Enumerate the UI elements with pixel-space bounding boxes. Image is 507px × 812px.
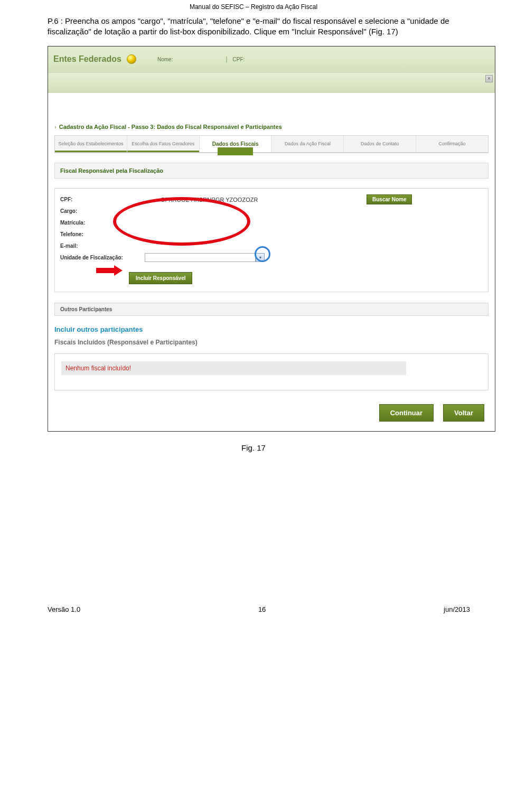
row-email: E-mail: [60,240,483,252]
incluir-responsavel-button[interactable]: Incluir Responsável [129,272,192,284]
label-unidade: Unidade de Fiscalização: [60,255,145,260]
page-footer: Versão 1.0 16 jun/2013 [0,458,507,624]
topbar-nome-label: Nome: [157,57,173,62]
label-cpf: CPF: [60,197,145,202]
breadcrumb-text: Cadastro da Ação Fiscal - Passo 3: Dados… [59,124,282,130]
presence-icon [127,54,136,64]
row-cargo: Cargo: [60,206,483,217]
label-cargo: Cargo: [60,208,145,214]
close-icon[interactable]: × [485,75,493,82]
gradient-strip: × [48,73,495,93]
topbar-separator: | [226,55,227,63]
app-brand: Entes Federados [53,54,121,64]
label-telefone: Telefone: [60,231,145,237]
breadcrumb: › Cadastro da Ação Fiscal - Passo 3: Dad… [48,120,495,132]
wizard-steps: Seleção dos Estabelecimentos Escolha dos… [55,136,488,153]
chevron-down-icon[interactable]: ▾ [256,253,265,262]
fiscais-list-box: Nenhum fiscal incluído! [54,353,489,390]
row-matricula: Matrícula: [60,217,483,229]
row-unidade: Unidade de Fiscalização: ▾ [60,252,483,264]
form-fiscal: CPF: OFXROOZ HXSRNRGR YZOOZOZR Buscar No… [54,188,489,292]
app-topbar: Entes Federados Nome: | CPF: [48,46,495,73]
empty-alert: Nenhum fiscal incluído! [61,361,406,375]
value-cpf: OFXROOZ HXSRNRGR YZOOZOZR [145,197,282,203]
wizard-step-2[interactable]: Escolha dos Fatos Geradores [127,136,200,152]
incluir-outros-link[interactable]: Incluir outros participantes [54,325,489,333]
wizard-step-5[interactable]: Dados de Contato [344,136,416,152]
wizard-step-6[interactable]: Confirmação [416,136,488,152]
instruction-paragraph: P.6 : Preencha os ampos "cargo", "matríc… [0,16,507,44]
topbar-cpf-label: CPF: [233,57,245,62]
row-cpf: CPF: OFXROOZ HXSRNRGR YZOOZOZR Buscar No… [60,194,483,206]
doc-running-header: Manual do SEFISC – Registro da Ação Fisc… [0,0,507,16]
continuar-button[interactable]: Continuar [379,404,434,422]
wizard-step-1[interactable]: Seleção dos Estabelecimentos [55,136,127,152]
fiscais-incluidos-title: Fiscais Incluídos (Responsável e Partici… [54,339,489,346]
label-email: E-mail: [60,243,145,249]
row-telefone: Telefone: [60,229,483,240]
unidade-input[interactable] [145,253,256,262]
chevron-right-icon: › [54,124,57,130]
footer-buttons: Continuar Voltar [48,390,495,431]
section-outros-bar: Outros Participantes [54,303,489,316]
buscar-nome-button[interactable]: Buscar Nome [367,194,412,204]
wizard-step-4[interactable]: Dados da Ação Fiscal [271,136,344,152]
section-title-fiscal: Fiscal Responsável pela Fiscalização [54,163,489,179]
footer-date: jun/2013 [444,605,470,613]
label-matricula: Matrícula: [60,220,145,226]
voltar-button[interactable]: Voltar [443,404,484,422]
spacer [48,93,495,120]
wizard-step-3[interactable]: Dados dos Fiscais [200,136,272,152]
wizard-panel: Seleção dos Estabelecimentos Escolha dos… [54,135,489,153]
app-screenshot-frame: Entes Federados Nome: | CPF: × › Cadastr… [48,46,495,432]
footer-version: Versão 1.0 [48,605,80,613]
footer-page-number: 16 [258,605,266,613]
figure-caption: Fig. 17 [0,432,507,458]
